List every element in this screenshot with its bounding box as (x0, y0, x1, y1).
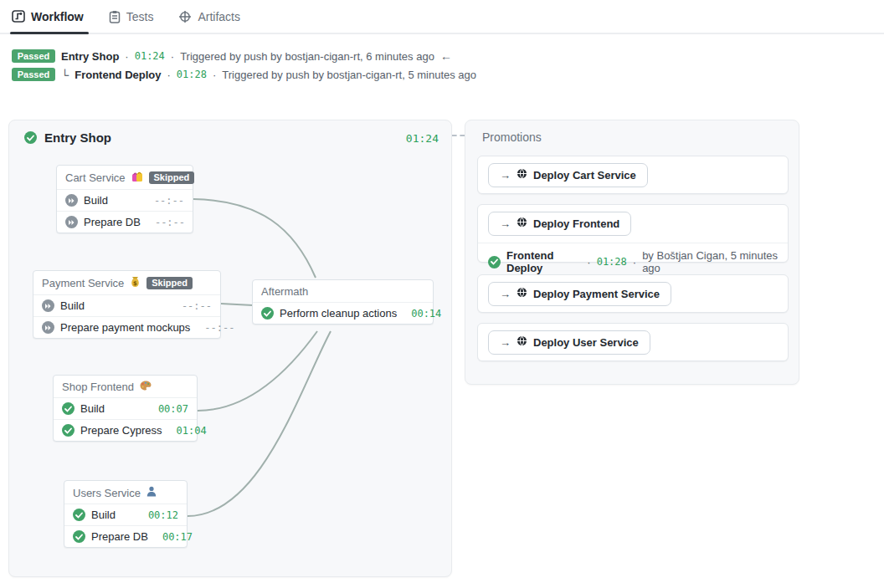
tab-artifacts[interactable]: Artifacts (178, 0, 240, 33)
block-aftermath: Aftermath Perform cleanup actions 00:14 (252, 279, 434, 325)
pipeline-promotions-connector (452, 135, 465, 136)
promotion-card-cart-service: → Deploy Cart Service (477, 156, 789, 194)
block-name: Aftermath (261, 285, 308, 298)
block-header: Aftermath (253, 280, 433, 303)
passed-check-icon (73, 530, 85, 543)
separator: · (171, 50, 174, 63)
job-duration: 00:12 (140, 509, 178, 521)
job-row[interactable]: Prepare DB --:-- (57, 212, 193, 233)
clipboard-icon (109, 10, 121, 23)
promotions-panel: Promotions → Deploy Cart Service → Deplo… (465, 120, 799, 385)
promotion-button-label: Deploy Cart Service (533, 169, 636, 182)
skipped-icon (65, 194, 78, 207)
job-label: Build (80, 402, 105, 415)
separator: · (633, 256, 636, 268)
skipped-icon (42, 299, 54, 312)
pipeline-link[interactable]: Frontend Deploy (75, 69, 161, 81)
promotion-button-label: Deploy Frontend (533, 217, 619, 230)
job-row[interactable]: Prepare payment mockups --:-- (33, 317, 220, 338)
job-row[interactable]: Build --:-- (57, 190, 193, 212)
block-name: Payment Service (42, 277, 124, 289)
job-row[interactable]: Build 00:12 (64, 504, 187, 526)
svg-text:$: $ (133, 280, 137, 287)
job-row[interactable]: Build 00:07 (54, 398, 197, 420)
block-name: Users Service (73, 487, 141, 499)
promotion-card-user-service: → Deploy User Service (477, 323, 789, 361)
separator: · (125, 50, 128, 63)
job-duration: 00:07 (150, 403, 188, 415)
promoted-by-text: by Boštjan Cigan, 5 minutes ago (642, 249, 778, 274)
job-label: Prepare DB (84, 216, 141, 228)
money-bag-icon: $ (130, 276, 141, 290)
job-label: Prepare Cypress (80, 424, 162, 437)
skipped-badge: Skipped (146, 277, 193, 289)
tab-tests[interactable]: Tests (109, 0, 154, 33)
passed-check-icon (73, 509, 85, 521)
block-users-service: Users Service Build 00:12 Prepare DB 00:… (64, 480, 188, 548)
pipeline-summary: Passed Entry Shop · 01:24 · Triggered by… (12, 49, 884, 81)
trigger-text: Triggered by push by bostjan-cigan-rt, 6… (180, 50, 434, 63)
deploy-user-service-button[interactable]: → Deploy User Service (488, 330, 650, 355)
globe-icon (517, 168, 527, 182)
tab-label: Artifacts (198, 10, 240, 23)
promotion-button-label: Deploy User Service (533, 336, 639, 349)
promote-arrow-icon: → (500, 217, 511, 230)
block-shop-frontend: Shop Frontend Build 00:07 Prepare Cypres… (53, 375, 198, 442)
skipped-icon (42, 321, 54, 334)
summary-row-entry-shop: Passed Entry Shop · 01:24 · Triggered by… (12, 49, 884, 63)
workflow-icon (12, 10, 25, 23)
passed-check-icon (261, 307, 274, 320)
passed-check-icon (62, 424, 75, 437)
tab-workflow[interactable]: Workflow (12, 0, 84, 33)
promoted-pipeline-duration: 01:28 (597, 256, 627, 268)
passed-check-icon (62, 402, 75, 415)
separator: · (213, 69, 216, 81)
promote-arrow-icon: → (500, 169, 511, 182)
globe-icon (517, 335, 527, 349)
globe-icon (517, 217, 527, 230)
pipeline-duration: 01:28 (177, 69, 207, 80)
pipeline-duration: 01:24 (135, 50, 165, 62)
globe-icon (517, 287, 527, 300)
block-payment-service: Payment Service $ Skipped Build --:-- Pr… (33, 270, 221, 339)
job-row[interactable]: Prepare DB 00:17 (64, 526, 187, 547)
promotions-title: Promotions (482, 130, 542, 144)
deploy-cart-service-button[interactable]: → Deploy Cart Service (488, 163, 648, 187)
promoted-pipeline-link[interactable]: Frontend Deploy (506, 249, 581, 274)
block-name: Cart Service (65, 171, 126, 184)
job-row[interactable]: Perform cleanup actions 00:14 (253, 303, 433, 324)
job-duration: --:-- (173, 300, 212, 312)
tab-label: Tests (126, 10, 154, 23)
job-row[interactable]: Build --:-- (33, 295, 220, 317)
job-duration: --:-- (146, 217, 185, 228)
block-header: Users Service (64, 481, 187, 504)
job-label: Prepare DB (91, 530, 148, 543)
pipeline-panel-entry-shop: Entry Shop 01:24 Cart Service Skipped Bu… (8, 120, 452, 577)
job-label: Build (60, 299, 85, 312)
skipped-icon (65, 216, 78, 228)
deploy-payment-service-button[interactable]: → Deploy Payment Service (488, 282, 671, 306)
tree-branch-glyph: └ (61, 69, 69, 81)
tab-label: Workflow (31, 10, 84, 23)
passed-check-icon (488, 256, 501, 268)
person-icon (146, 486, 157, 499)
job-duration: 00:14 (403, 308, 441, 320)
pipeline-link[interactable]: Entry Shop (61, 50, 119, 63)
job-duration: 01:04 (168, 425, 207, 437)
block-header: Cart Service Skipped (57, 166, 193, 190)
job-row[interactable]: Prepare Cypress 01:04 (54, 420, 197, 441)
shopping-bags-icon (131, 171, 143, 185)
artifacts-icon (178, 10, 192, 23)
job-duration: --:-- (146, 195, 184, 207)
current-pipeline-arrow-icon: ← (440, 49, 452, 63)
promote-arrow-icon: → (500, 336, 511, 349)
status-badge: Passed (12, 49, 55, 63)
separator: · (587, 256, 590, 268)
job-label: Build (84, 194, 108, 207)
block-header: Shop Frontend (54, 376, 197, 398)
deploy-frontend-button[interactable]: → Deploy Frontend (488, 212, 631, 236)
tab-bar: Workflow Tests Artifacts (0, 0, 884, 34)
job-label: Build (91, 509, 116, 521)
promote-arrow-icon: → (500, 288, 511, 300)
promotion-card-payment-service: → Deploy Payment Service (477, 274, 789, 313)
